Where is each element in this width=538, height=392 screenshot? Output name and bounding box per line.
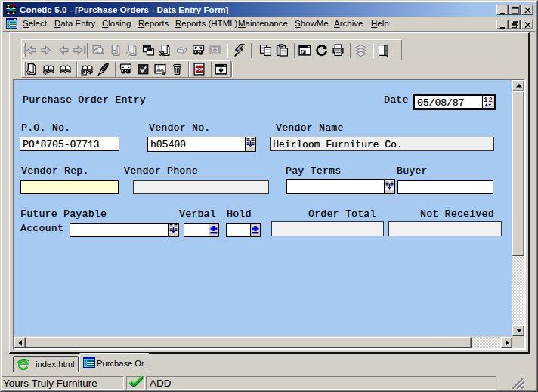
svg-text:PDF: PDF — [196, 68, 203, 72]
svg-text:s: s — [162, 69, 165, 76]
